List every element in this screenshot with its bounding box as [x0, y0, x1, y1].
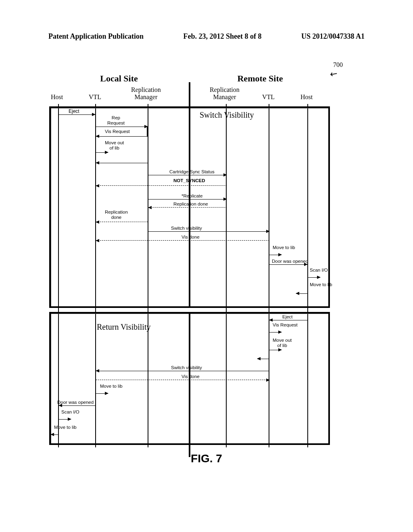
notch-move-lib-l	[95, 380, 96, 393]
arr-door-opened-r	[269, 264, 307, 265]
arr-scan-io-self-l	[59, 419, 71, 420]
title-switch-visibility: Switch Visibility	[200, 110, 254, 119]
lbl-vis-request-1: Vis Request	[105, 129, 130, 134]
lane-local-host: Host	[51, 94, 63, 101]
arr-vis-request-2	[269, 332, 282, 332]
arr-moveout-self-2	[269, 350, 282, 350]
arr-replication-done-mid	[148, 207, 227, 208]
lbl-move-to-lib-l: Move to lib	[100, 384, 123, 389]
lbl-scan-io-l: Scan I/O	[61, 409, 79, 415]
lbl-cart-sync-status: Cartridge Sync Status	[169, 169, 215, 175]
arr-moveout-done-2	[257, 359, 269, 359]
lbl-eject-2: Eject	[282, 314, 293, 320]
lane-remote-repmgr: Replication Manager	[210, 86, 240, 100]
arr-replication-done-left	[96, 222, 148, 222]
lbl-move-to-lib-l2: Move to lib	[54, 425, 77, 430]
lbl-vis-done-1: Vis done	[181, 235, 200, 240]
sequence-diagram: 700 ↙ Local Site Remote Site Host VTL Re…	[48, 69, 331, 447]
lbl-switch-visibility-1: Switch visibility	[171, 226, 202, 231]
arr-vis-request	[96, 136, 148, 137]
lbl-not-synced: NOT_SYNCED	[173, 178, 205, 183]
notch-moveout-2	[269, 332, 269, 350]
arr-scan-io-self-r	[308, 277, 320, 278]
page-header: Patent Application Publication Feb. 23, …	[0, 32, 413, 41]
arr-replicate	[148, 199, 227, 200]
notch-move-lib-l2	[58, 419, 59, 434]
lbl-vis-request-2: Vis Request	[273, 322, 298, 328]
title-return-visibility: Return Visibility	[97, 322, 150, 331]
lbl-replicate: *Replicate	[181, 193, 202, 199]
arr-move-lib-self-r	[269, 255, 282, 255]
arr-eject-2	[269, 320, 307, 320]
lbl-scan-io-r: Scan I/O	[310, 268, 328, 273]
lane-remote-host: Host	[300, 94, 313, 101]
arr-vis-done-1	[96, 240, 269, 241]
lbl-move-out-2: Move out of lib	[273, 338, 292, 348]
lbl-vis-done-2: Vis done	[181, 374, 200, 379]
notch-scan-io-r	[307, 264, 308, 277]
arr-rep-request	[96, 127, 148, 127]
lbl-switch-visibility-2: Switch visibility	[171, 365, 202, 370]
notch-scan-io-l	[58, 405, 59, 419]
lbl-move-out-1: Move out of lib	[105, 140, 124, 150]
lbl-door-opened-l: Door was opened	[57, 400, 94, 405]
lane-local-repmgr: Replication Manager	[131, 86, 161, 100]
arr-move-lib-self-l	[96, 393, 108, 394]
arr-door-opened-l	[59, 405, 95, 406]
figure-caption: FIG. 7	[0, 452, 413, 465]
lbl-door-opened-r: Door was opened	[272, 259, 308, 264]
notch-move-lib-r2	[307, 277, 308, 293]
arr-move-lib-r2	[296, 293, 308, 294]
lane-local-vtl: VTL	[89, 94, 101, 101]
lbl-replication-done-mid: Replication done	[173, 202, 208, 207]
header-right: US 2012/0047338 A1	[301, 32, 365, 41]
remote-site-label: Remote Site	[190, 73, 331, 84]
lbl-rep-request: Rep Request	[107, 115, 125, 125]
arr-moveout-self-out	[96, 152, 108, 153]
lbl-move-to-lib-r: Move to lib	[273, 245, 295, 250]
lbl-replication-done-left: Replication done	[105, 210, 128, 220]
local-site-label: Local Site	[48, 73, 190, 84]
arr-moveout-done-1	[96, 163, 148, 163]
notch-vis-req-down	[147, 127, 148, 136]
lbl-eject-1: Eject	[69, 109, 79, 114]
lbl-move-to-lib-r2: Move to lib	[310, 282, 332, 287]
arr-switch-visibility-2	[96, 371, 269, 371]
notch-moveout-down	[95, 136, 96, 152]
arr-switch-visibility-1	[148, 231, 269, 232]
lane-remote-vtl: VTL	[262, 94, 275, 101]
notch-move-lib-r	[269, 240, 269, 255]
figure-reference-number: 700	[333, 61, 343, 69]
arr-vis-done-2	[96, 380, 269, 380]
notch-vis-req-2	[269, 320, 269, 332]
arr-move-lib-l2	[51, 434, 59, 435]
arr-cart-sync-status	[148, 175, 227, 175]
header-left: Patent Application Publication	[48, 32, 144, 41]
arr-eject-1	[59, 114, 95, 115]
header-center: Feb. 23, 2012 Sheet 8 of 8	[184, 32, 262, 41]
arr-not-synced	[96, 185, 227, 186]
panel2-center-divider	[189, 312, 190, 457]
